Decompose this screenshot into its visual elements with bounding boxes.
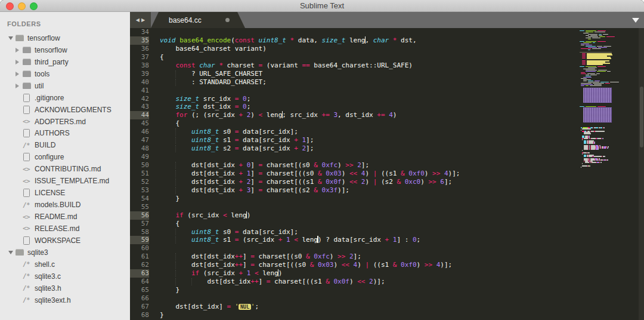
tab-base64cc[interactable]: base64.cc <box>151 12 245 28</box>
sidebar-item-tensorflow[interactable]: tensorflow <box>0 32 130 44</box>
sidebar-item-adopters-md[interactable]: <>ADOPTERS.md <box>0 116 130 128</box>
sidebar-item-build[interactable]: /*BUILD <box>0 139 130 151</box>
line-number[interactable]: 58 <box>130 228 149 236</box>
code-line[interactable]: uint8_t s2 = data[src_idx + 2]; <box>160 144 644 153</box>
code-line[interactable]: if (src_idx < leng) <box>160 211 644 220</box>
code-line[interactable]: dst[dst_idx + 0] = charset[(s0 & 0xfc) >… <box>160 161 644 170</box>
code-line[interactable]: uint8_t s0 = data[src_idx]; <box>160 128 644 136</box>
sidebar-item-sqlite3-h[interactable]: /*sqlite3.h <box>0 282 130 294</box>
code-line[interactable]: uint8_t s1 = data[src_idx + 1]; <box>160 136 644 144</box>
line-number[interactable]: 52 <box>130 178 149 186</box>
sidebar-item-workspace[interactable]: WORKSPACE <box>0 235 130 247</box>
line-number[interactable]: 34 <box>130 28 149 36</box>
code-line[interactable]: : STANDARD_CHARSET; <box>160 78 644 87</box>
disclosure-right-icon[interactable] <box>16 60 23 64</box>
line-number[interactable]: 39 <box>130 70 149 78</box>
line-number[interactable]: 68 <box>130 311 149 319</box>
sidebar-item-acknowledgments[interactable]: ACKNOWLEDGMENTS <box>0 104 130 116</box>
disclosure-down-icon[interactable] <box>8 251 16 254</box>
code-line[interactable]: dst[dst_idx] = 'NUL'; <box>160 303 644 311</box>
code-line[interactable]: const char * charset = (variant == base6… <box>160 61 644 70</box>
line-number[interactable]: 45 <box>130 119 149 128</box>
line-number[interactable]: 54 <box>130 195 149 203</box>
line-number[interactable]: 60 <box>130 244 149 253</box>
code-line[interactable]: size_t dst_idx = 0; <box>160 103 644 111</box>
sidebar-item-tensorflow[interactable]: tensorflow <box>0 44 130 56</box>
code-line[interactable]: dst[dst_idx + 2] = charset[((s1 & 0x0f) … <box>160 178 644 186</box>
sidebar-item-contributing-md[interactable]: <>CONTRIBUTING.md <box>0 163 130 175</box>
code-line[interactable]: } <box>160 286 644 294</box>
line-number[interactable]: 50 <box>130 161 149 170</box>
line-number[interactable]: 37 <box>130 53 149 61</box>
title-bar[interactable]: Sublime Text <box>0 0 644 12</box>
sidebar-item-readme-md[interactable]: <>README.md <box>0 211 130 223</box>
code-line[interactable]: if (src_idx + 1 < leng) <box>160 269 644 278</box>
code-line[interactable] <box>160 153 644 161</box>
line-number[interactable]: 40 <box>130 78 149 87</box>
code-line[interactable]: dst[dst_idx++] = charset[((s0 & 0x03) <<… <box>160 261 644 269</box>
code-line[interactable] <box>160 203 644 211</box>
code-line[interactable]: ? URL_SAFE_CHARSET <box>160 70 644 78</box>
line-number[interactable]: 51 <box>130 170 149 178</box>
disclosure-right-icon[interactable] <box>16 48 23 53</box>
code-line[interactable]: dst[dst_idx++] = charset[((s1 & 0x0f) <<… <box>160 278 644 286</box>
sidebar-item-sqlite3-c[interactable]: /*sqlite3.c <box>0 270 130 282</box>
nav-forward-icon[interactable]: ▶ <box>141 17 145 23</box>
code-line[interactable] <box>160 87 644 95</box>
sidebar-item--gitignore[interactable]: .gitignore <box>0 92 130 104</box>
line-number[interactable]: 57 <box>130 220 149 228</box>
code-line[interactable] <box>160 294 644 303</box>
code-line[interactable]: size_t src_idx = 0; <box>160 95 644 103</box>
code-line[interactable]: } <box>160 311 644 319</box>
scrollbar-thumb[interactable] <box>640 87 643 147</box>
close-button[interactable] <box>6 2 14 10</box>
zoom-button[interactable] <box>30 2 38 10</box>
code-line[interactable]: uint8_t s1 = (src_idx + 1 < leng) ? data… <box>160 236 644 244</box>
line-number[interactable]: 44 <box>130 111 149 119</box>
vertical-scrollbar[interactable] <box>639 28 644 320</box>
sidebar-item-sqlite3ext-h[interactable]: /*sqlite3ext.h <box>0 294 130 306</box>
line-number[interactable]: 38 <box>130 61 149 70</box>
sidebar-item-shell-c[interactable]: /*shell.c <box>0 259 130 270</box>
code-area[interactable]: 3435363738394041424344454647484950515253… <box>130 28 644 320</box>
code-line[interactable]: for (; (src_idx + 2) < leng; src_idx += … <box>160 111 644 119</box>
code-line[interactable]: dst[dst_idx + 3] = charset[(s2 & 0x3f)]; <box>160 186 644 195</box>
line-number[interactable]: 66 <box>130 294 149 303</box>
code-line[interactable]: uint8_t s0 = data[src_idx]; <box>160 228 644 236</box>
code-line[interactable]: { <box>160 53 644 61</box>
line-number[interactable]: 67 <box>130 303 149 311</box>
code-line[interactable] <box>160 28 644 36</box>
sidebar-item-tools[interactable]: tools <box>0 68 130 80</box>
line-number[interactable]: 59 <box>130 236 149 244</box>
line-number[interactable]: 48 <box>130 144 149 153</box>
sidebar-item-authors[interactable]: AUTHORS <box>0 128 130 140</box>
code-line[interactable]: { <box>160 220 644 228</box>
line-number[interactable]: 41 <box>130 87 149 95</box>
line-number[interactable]: 61 <box>130 253 149 261</box>
line-number[interactable]: 43 <box>130 103 149 111</box>
code-line[interactable]: } <box>160 195 644 203</box>
code-line[interactable] <box>160 244 644 253</box>
code-line[interactable]: dst[dst_idx + 1] = charset[((s0 & 0x03) … <box>160 170 644 178</box>
line-number[interactable]: 56 <box>130 211 149 220</box>
code-line[interactable]: dst[dst_idx++] = charset[(s0 & 0xfc) >> … <box>160 253 644 261</box>
sidebar-item-models-build[interactable]: /*models.BUILD <box>0 199 130 211</box>
line-number[interactable]: 63 <box>130 269 149 278</box>
sidebar-item-third-party[interactable]: third_party <box>0 56 130 68</box>
disclosure-right-icon[interactable] <box>16 84 23 88</box>
line-number[interactable]: 65 <box>130 286 149 294</box>
line-number[interactable]: 53 <box>130 186 149 195</box>
line-number[interactable]: 35 <box>130 36 149 45</box>
line-number[interactable]: 47 <box>130 136 149 144</box>
line-number[interactable]: 46 <box>130 128 149 136</box>
sidebar-item-sqlite3[interactable]: sqlite3 <box>0 247 130 259</box>
line-number[interactable]: 36 <box>130 45 149 53</box>
line-number[interactable]: 42 <box>130 95 149 103</box>
code-line[interactable]: void base64_encode(const uint8_t * data,… <box>160 36 644 45</box>
code-line[interactable]: base64_charset variant) <box>160 45 644 53</box>
nav-back-icon[interactable]: ◀ <box>136 17 140 23</box>
sidebar-item-configure[interactable]: configure <box>0 151 130 163</box>
disclosure-down-icon[interactable] <box>8 36 16 40</box>
sidebar-item-issue-template-md[interactable]: <>ISSUE_TEMPLATE.md <box>0 175 130 187</box>
minimap[interactable] <box>580 28 620 320</box>
